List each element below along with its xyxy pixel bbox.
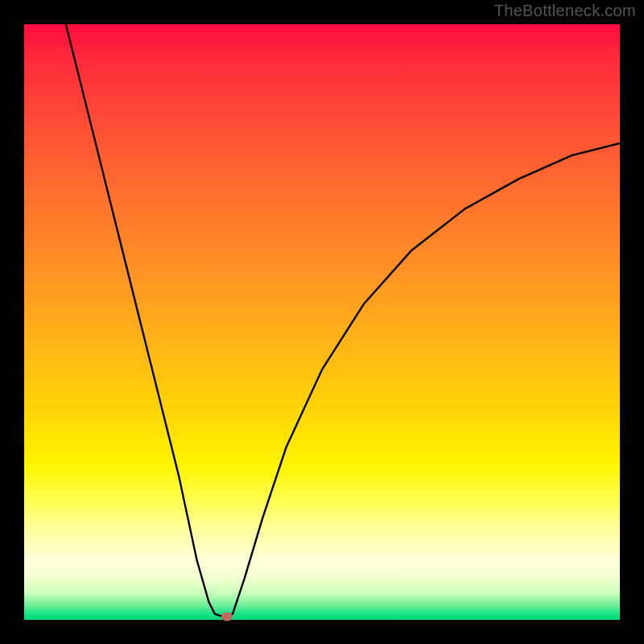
optimal-point-marker [221,613,233,621]
bottleneck-curve [24,24,620,620]
curve-path [66,24,620,617]
plot-area [24,24,620,620]
watermark-text: TheBottleneck.com [494,2,636,20]
chart-frame: TheBottleneck.com [0,0,644,644]
